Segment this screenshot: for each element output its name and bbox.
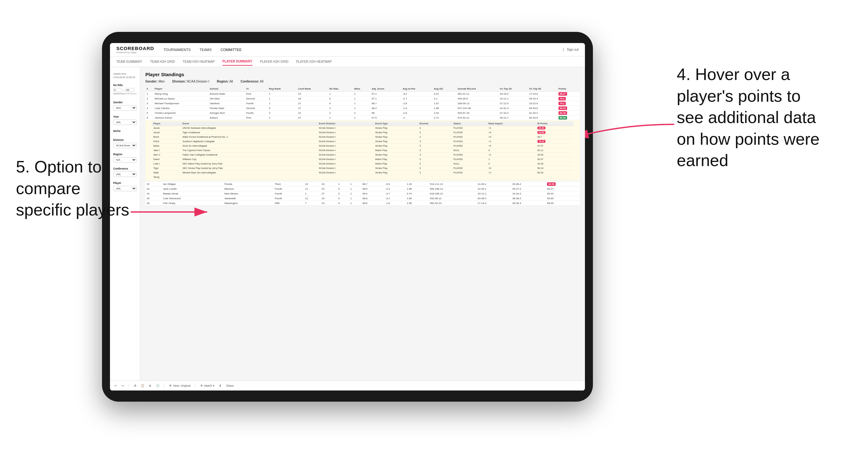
col-wins: Wins (353, 86, 370, 92)
update-time: Update time: 27/01/2024 16:56:26 (113, 72, 137, 79)
expanded-table-row: Tachy (152, 175, 574, 180)
data-area: Player Standings Gender: Men Division: N… (140, 67, 585, 391)
no-rds-max-input[interactable] (125, 88, 134, 92)
col-school: School (209, 86, 245, 92)
no-rds-range: – (113, 88, 137, 92)
expanded-table-row: Jake I The Cypress Point Classic NCAA Di… (152, 148, 574, 153)
sub-nav-team-summary[interactable]: TEAM SUMMARY (116, 58, 143, 65)
undo-button[interactable]: ↩ (115, 384, 117, 387)
expanded-table-row: Tiger SEC Stroke Play hosted by Jerry Pa… (152, 166, 574, 170)
table-row[interactable]: 4 Luke Clanton Florida State Second 5 27… (145, 106, 580, 111)
no-rds-label: No Rds. (113, 84, 137, 87)
arrow-4 (585, 121, 674, 147)
toolbar-sep-2: | (164, 384, 165, 387)
table-row[interactable]: 6 Jackson Kohon Auburn First 2 27 1 1 67… (145, 115, 580, 120)
sub-nav: TEAM SUMMARY TEAM H2H GRID TEAM H2H HEAT… (110, 56, 585, 67)
nav-tournaments[interactable]: TOURNAMENTS (163, 46, 191, 53)
header-separator: | (563, 48, 564, 51)
update-time-group: Update time: 27/01/2024 16:56:26 (113, 72, 137, 79)
col-yr: Yr (245, 86, 268, 92)
col-adj-score: Adj. Score (370, 86, 401, 92)
app-header: SCOREBOARD Powered by clippi TOURNAMENTS… (110, 43, 585, 56)
expanded-table-row: Jacob UNCW Seahawk Intercollegiate NCAA … (152, 126, 574, 130)
no-rds-group: No Rds. – (113, 84, 137, 96)
toolbar-icon-2[interactable]: 📋 (141, 384, 145, 387)
sign-out-link[interactable]: Sign out (567, 48, 579, 51)
expanded-table-row: Brent Wake Forest Invitational at Pinehu… (152, 135, 574, 139)
header-right: | Sign out (563, 48, 579, 51)
col-conf-rank: Conf Rank (297, 86, 328, 92)
nav-teams[interactable]: TEAMS (199, 46, 212, 53)
year-select[interactable]: (All) (113, 120, 137, 125)
standings-table-more: 22 Ian Gilligan Florida Third 10 24 1 1 … (145, 182, 580, 206)
gender-select[interactable]: Men (113, 105, 137, 111)
table-row[interactable]: 24 Bastien Amat New Mexico Fourth 1 27 2… (145, 191, 580, 196)
col-reg-rank: Reg Rank (268, 86, 297, 92)
gender-filter: Gender: Men (145, 80, 165, 83)
niche-label: Niche (113, 129, 137, 133)
col-avg-sg: Avg SG (433, 86, 457, 92)
standings-filters: Gender: Men Division: NCAA Division I Re… (145, 80, 580, 83)
toolbar-icon-3[interactable]: ⊕ (149, 384, 151, 387)
toolbar-sep-1: | (128, 384, 129, 387)
arrow-5 (131, 204, 214, 220)
logo-sub: Powered by clippi (116, 51, 154, 54)
table-row[interactable]: 5 Christo Lamprecht Georgia Tech Fourth … (145, 111, 580, 115)
logo-text: SCOREBOARD (116, 45, 154, 51)
logo-area: SCOREBOARD Powered by clippi (116, 45, 154, 54)
toolbar-sep-3: | (195, 384, 196, 387)
sub-nav-team-h2h-heatmap[interactable]: TEAM H2H HEATMAP (183, 58, 215, 65)
expanded-table-row: David Williams Cup NCAA Division I Match… (152, 157, 574, 162)
footer-toolbar: ↩ ↪ | ⚙ 📋 ⊕ 🕐 | 👁 View: Original | 👁 Wat… (110, 380, 585, 391)
table-row[interactable]: 22 Ian Gilligan Florida Third 10 24 1 1 … (145, 182, 580, 186)
redo-button[interactable]: ↪ (121, 384, 124, 387)
col-rank: # (145, 86, 153, 92)
watch-button[interactable]: 👁 Watch ▾ (200, 384, 215, 387)
col-player: Player (153, 86, 209, 92)
gender-group: Gender Men (113, 101, 137, 111)
no-rds-slider[interactable] (113, 93, 137, 94)
no-rds-min-input[interactable] (113, 88, 122, 92)
division-select[interactable]: NCAA Division I (113, 143, 137, 148)
sub-nav-player-summary[interactable]: PLAYER SUMMARY (222, 58, 252, 66)
table-row[interactable]: 23 Jack Lundin Missouri Fourth 11 24 0 1… (145, 186, 580, 191)
expanded-detail-row: PlayerEventEvent DivisionEvent TypeRound… (145, 120, 580, 181)
table-row[interactable]: 2 Michael La Sasso Ole Miss Second 1 18 … (145, 96, 580, 101)
col-vs50: Vs Top 50 (528, 86, 557, 92)
toolbar-icon-4[interactable]: 🕐 (156, 384, 159, 387)
standings-title: Player Standings (145, 72, 580, 77)
table-row[interactable]: 25 Cole Sherwood Vanderbilt Fourth 12 23… (145, 196, 580, 201)
expanded-table-row: Luke I SEC Match Play hosted by Jerry Pa… (152, 162, 574, 166)
share-button[interactable]: Share (226, 384, 234, 387)
expanded-table-row: Phich Southern Highlands Collegiate NCAA… (152, 139, 574, 144)
expanded-table-row: Alex C Fallen Oak Collegiate Invitationa… (152, 153, 574, 157)
col-no-rds: No Rds. (328, 86, 353, 92)
left-panel: Update time: 27/01/2024 16:56:26 No Rds.… (110, 67, 140, 391)
expanded-table-row: Marie Amer An Intercollegiate NCAA Divis… (152, 144, 574, 148)
nav-committee[interactable]: COMMITTEE (221, 46, 242, 53)
table-row[interactable]: 3 Michael Thorbjornsen Stanford Fourth 1… (145, 101, 580, 106)
division-label: Division (113, 138, 137, 142)
table-row[interactable]: 1 Wenyi Ding Arizona State First 1 15 1 … (145, 92, 580, 96)
year-label: Year (113, 115, 137, 118)
sub-nav-player-h2h-heatmap[interactable]: PLAYER H2H HEATMAP (296, 58, 332, 65)
table-header-row: # Player School Yr Reg Rank Conf Rank No… (145, 86, 580, 92)
slider-fill (113, 93, 125, 94)
toolbar-icon-1[interactable]: ⚙ (134, 384, 136, 387)
col-avg-topar: Avg to-Par (401, 86, 433, 92)
col-overall-record: Overall Record (457, 86, 499, 92)
niche-group: Niche (113, 129, 137, 134)
col-vs25: Vs Top 25 (499, 86, 528, 92)
share-icon[interactable]: ⬆ (219, 384, 221, 387)
view-original-button[interactable]: 👁 View: Original (169, 384, 190, 387)
sub-nav-player-h2h-grid[interactable]: PLAYER H2H GRID (260, 58, 288, 65)
expanded-table-row: Mattl Mirobel Maui Jim Intercollegiate N… (152, 170, 574, 175)
annotation-5: 5. Option to compare specific players (16, 156, 137, 221)
region-label: Region (113, 153, 137, 156)
sub-nav-team-h2h-grid[interactable]: TEAM H2H GRID (150, 58, 175, 65)
division-group: Division NCAA Division I (113, 138, 137, 148)
conference-filter: Conference: All (241, 80, 264, 83)
standings-table: # Player School Yr Reg Rank Conf Rank No… (145, 86, 580, 181)
expanded-table-row: Jacob Tiger Invitational NCAA Division I… (152, 130, 574, 135)
division-filter: Division: NCAA Division I (173, 80, 210, 83)
